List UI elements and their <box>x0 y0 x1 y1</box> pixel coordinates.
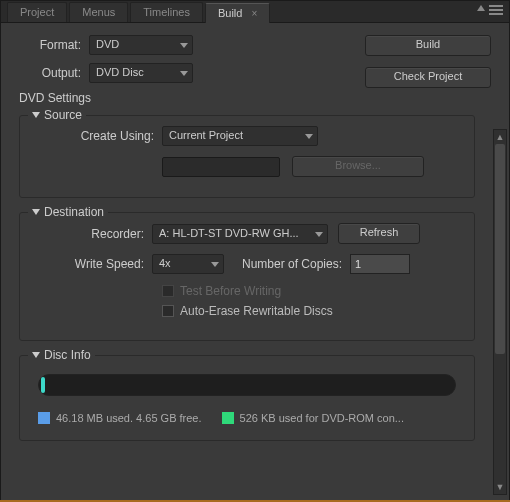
tab-timelines[interactable]: Timelines <box>130 2 203 22</box>
tab-project[interactable]: Project <box>7 2 67 22</box>
destination-group: Destination Recorder: A: HL-DT-ST DVD-RW… <box>19 212 475 341</box>
autoerase-row: Auto-Erase Rewritable Discs <box>162 304 460 318</box>
chevron-down-icon <box>305 134 313 139</box>
panel-menu[interactable] <box>477 5 503 15</box>
disc-legend: 46.18 MB used. 4.65 GB free. 526 KB used… <box>34 412 460 424</box>
test-before-label: Test Before Writing <box>180 284 281 298</box>
test-before-checkbox <box>162 285 174 297</box>
rom-text: 526 KB used for DVD-ROM con... <box>240 412 404 424</box>
recorder-select[interactable]: A: HL-DT-ST DVD-RW GH... <box>152 224 328 244</box>
chevron-down-icon <box>477 5 485 11</box>
tab-menus[interactable]: Menus <box>69 2 128 22</box>
button-label: Check Project <box>394 70 462 82</box>
browse-button: Browse... <box>292 156 424 177</box>
source-path-row: Browse... <box>34 156 460 177</box>
swatch-rom-icon <box>222 412 234 424</box>
vertical-scrollbar[interactable]: ▲ ▼ <box>493 129 507 495</box>
check-project-button[interactable]: Check Project <box>365 67 491 88</box>
build-button[interactable]: Build <box>365 35 491 56</box>
format-label: Format: <box>19 38 81 52</box>
source-path-field[interactable] <box>162 157 280 177</box>
chevron-down-icon <box>180 71 188 76</box>
create-using-label: Create Using: <box>34 129 154 143</box>
tab-label: Project <box>20 6 54 18</box>
disclosure-icon <box>32 112 40 118</box>
disc-info-group: Disc Info 46.18 MB used. 4.65 GB free. 5… <box>19 355 475 441</box>
write-speed-row: Write Speed: 4x Number of Copies: <box>34 254 460 274</box>
destination-header[interactable]: Destination <box>28 205 108 219</box>
scroll-up-icon[interactable]: ▲ <box>494 130 506 144</box>
output-row: Output: DVD Disc Check Project <box>19 63 491 83</box>
write-speed-label: Write Speed: <box>34 257 144 271</box>
button-label: Browse... <box>335 159 381 171</box>
test-before-row: Test Before Writing <box>162 284 460 298</box>
write-speed-select[interactable]: 4x <box>152 254 224 274</box>
select-value: DVD Disc <box>96 66 144 78</box>
source-group: Source Create Using: Current Project Bro… <box>19 115 475 198</box>
close-icon[interactable]: × <box>251 8 257 19</box>
group-title: Disc Info <box>44 348 91 362</box>
copies-input[interactable] <box>350 254 410 274</box>
panel-content: Format: DVD Build Output: DVD Disc Check… <box>1 23 509 501</box>
chevron-down-icon <box>315 232 323 237</box>
settings-title: DVD Settings <box>19 91 491 105</box>
tab-label: Timelines <box>143 6 190 18</box>
used-text: 46.18 MB used. 4.65 GB free. <box>56 412 202 424</box>
disc-usage-fill <box>41 377 45 393</box>
disclosure-icon <box>32 352 40 358</box>
disc-info-header[interactable]: Disc Info <box>28 348 95 362</box>
chevron-down-icon <box>180 43 188 48</box>
output-label: Output: <box>19 66 81 80</box>
group-title: Source <box>44 108 82 122</box>
tab-label: Menus <box>82 6 115 18</box>
source-header[interactable]: Source <box>28 108 86 122</box>
autoerase-checkbox[interactable] <box>162 305 174 317</box>
group-title: Destination <box>44 205 104 219</box>
select-value: 4x <box>159 257 171 269</box>
copies-label: Number of Copies: <box>242 257 342 271</box>
create-using-select[interactable]: Current Project <box>162 126 318 146</box>
format-row: Format: DVD Build <box>19 35 491 55</box>
scroll-down-icon[interactable]: ▼ <box>494 480 506 494</box>
select-value: Current Project <box>169 129 243 141</box>
refresh-button[interactable]: Refresh <box>338 223 420 244</box>
create-using-row: Create Using: Current Project <box>34 126 460 146</box>
tab-bar: Project Menus Timelines Build × <box>1 1 509 23</box>
tab-label: Build <box>218 7 242 19</box>
button-label: Build <box>416 38 440 50</box>
format-select[interactable]: DVD <box>89 35 193 55</box>
output-select[interactable]: DVD Disc <box>89 63 193 83</box>
tab-build[interactable]: Build × <box>205 3 270 23</box>
select-value: A: HL-DT-ST DVD-RW GH... <box>159 227 299 239</box>
select-value: DVD <box>96 38 119 50</box>
recorder-row: Recorder: A: HL-DT-ST DVD-RW GH... Refre… <box>34 223 460 244</box>
scroll-area: Source Create Using: Current Project Bro… <box>19 115 491 441</box>
button-label: Refresh <box>360 226 399 238</box>
scroll-thumb[interactable] <box>495 144 505 354</box>
swatch-used-icon <box>38 412 50 424</box>
menu-icon <box>489 5 503 15</box>
recorder-label: Recorder: <box>34 227 144 241</box>
disclosure-icon <box>32 209 40 215</box>
chevron-down-icon <box>211 262 219 267</box>
disc-usage-bar <box>38 374 456 396</box>
build-panel: Project Menus Timelines Build × Format: … <box>0 0 510 502</box>
autoerase-label: Auto-Erase Rewritable Discs <box>180 304 333 318</box>
